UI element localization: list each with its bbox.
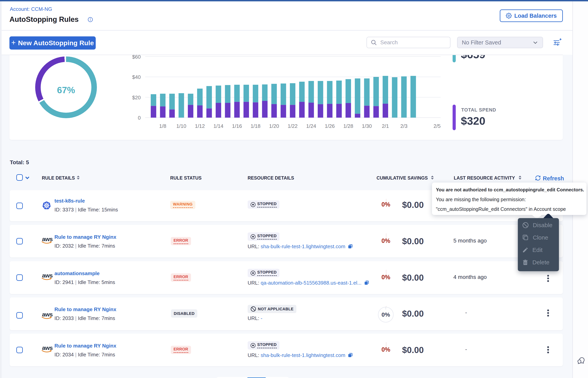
svg-text:1/10: 1/10 bbox=[176, 123, 186, 129]
svg-text:1/14: 1/14 bbox=[213, 123, 223, 129]
svg-text:1/16: 1/16 bbox=[232, 123, 242, 129]
svg-text:$20: $20 bbox=[132, 94, 141, 100]
svg-text:$60: $60 bbox=[132, 55, 141, 60]
svg-text:1/8: 1/8 bbox=[159, 123, 166, 129]
svg-text:2/5: 2/5 bbox=[434, 123, 441, 129]
svg-text:1/24: 1/24 bbox=[306, 123, 316, 129]
svg-text:1/28: 1/28 bbox=[343, 123, 353, 129]
svg-text:0: 0 bbox=[138, 115, 141, 121]
svg-text:$40: $40 bbox=[132, 74, 141, 80]
svg-text:2/3: 2/3 bbox=[400, 123, 407, 129]
svg-text:1/12: 1/12 bbox=[195, 123, 205, 129]
svg-text:2/1: 2/1 bbox=[382, 123, 389, 129]
svg-text:1/20: 1/20 bbox=[269, 123, 279, 129]
svg-text:1/30: 1/30 bbox=[362, 123, 372, 129]
svg-text:1/18: 1/18 bbox=[251, 123, 261, 129]
svg-text:1/26: 1/26 bbox=[325, 123, 335, 129]
svg-text:1/22: 1/22 bbox=[288, 123, 298, 129]
